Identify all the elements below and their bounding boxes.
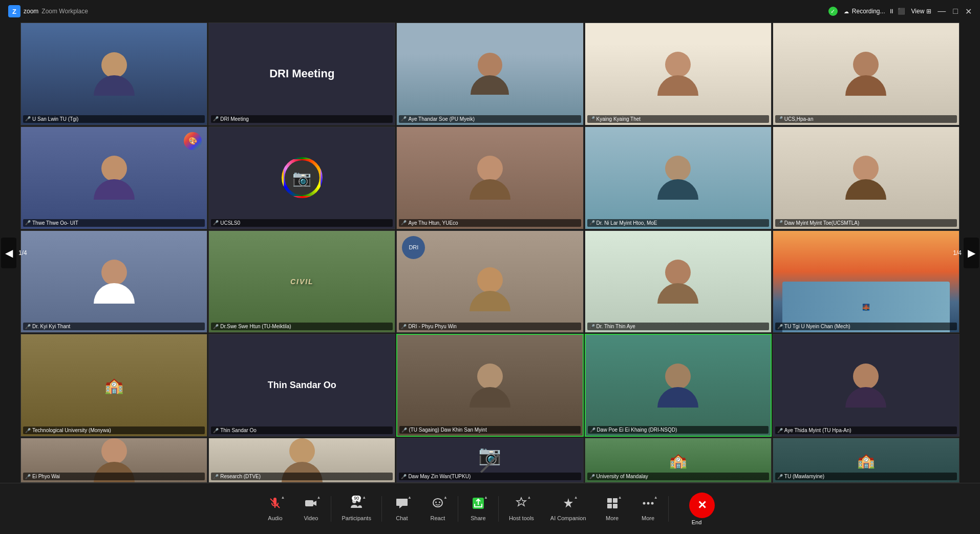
svg-text:Z: Z (12, 8, 16, 15)
participant-name-label: 🎤 Aye Thida Myint (TU Hpa-An) (775, 426, 957, 434)
mute-icon: 🎤 (401, 428, 407, 433)
participant-cell[interactable]: 🎤 Aye Thu Htun, YUEco (396, 126, 583, 229)
stop-icon[interactable]: ⬛ (898, 8, 905, 15)
react-label: React (431, 515, 445, 521)
svg-point-19 (647, 502, 649, 504)
mute-icon: 🎤 (777, 324, 783, 329)
close-button[interactable]: ✕ (965, 7, 972, 16)
participant-cell[interactable]: DRI Meeting 🎤 DRI Meeting (208, 23, 395, 125)
share-button[interactable]: ▲ Share (460, 493, 496, 525)
view-button[interactable]: View ⊞ (911, 8, 932, 15)
video-button[interactable]: ▲ Video (293, 493, 329, 525)
participant-cell[interactable]: 🎤 Aye Thandar Soe (PU Myeik) (396, 23, 583, 125)
participant-cell[interactable]: 🌉 🎤 TU Tgi U Nyein Chan (Mech) (773, 230, 960, 333)
participant-name-label: 🎤 UCSLS0 (211, 219, 393, 227)
participant-cell[interactable]: 📷 🎤 Daw May Zin Wan(TUPKU) (396, 438, 583, 483)
participant-cell[interactable]: 🎤 Dr. Kyi Kyi Thant (20, 230, 207, 333)
svg-marker-13 (564, 498, 573, 508)
participant-cell[interactable]: Thin Sandar Oo 🎤 Thin Sandar Oo (208, 334, 395, 437)
ai-companion-icon: ▲ (562, 497, 575, 513)
participant-cell[interactable]: 🏫 🎤 Technological University (Monywa) (20, 334, 207, 437)
separator (381, 496, 382, 522)
participant-name-label: 🎤 Thin Sandar Oo (211, 426, 393, 434)
window-controls: — □ ✕ (938, 7, 972, 16)
next-page-button[interactable]: ▶ (964, 238, 979, 268)
participant-cell[interactable]: 🎤 Dr. Thin Thin Aye (585, 230, 772, 333)
svg-rect-5 (305, 500, 313, 506)
end-icon: ✕ (689, 493, 715, 518)
mute-icon: 🎤 (25, 220, 31, 225)
prev-page-button[interactable]: ◀ (1, 238, 16, 268)
chat-icon: ▲ (395, 497, 409, 513)
participant-cell[interactable]: 🏫 🎤 University of Mandalay (585, 438, 772, 483)
camera-off-display: 📷 (209, 127, 395, 229)
audio-label: Audio (268, 515, 282, 521)
mute-icon: 🎤 (25, 324, 31, 329)
participant-cell[interactable]: DRI 🎤 DRI - Phyu Phyu Win (396, 230, 583, 333)
maximize-button[interactable]: □ (953, 7, 958, 16)
react-icon: ▲ (431, 497, 444, 513)
mute-icon: 🎤 (589, 116, 595, 121)
ai-companion-button[interactable]: ▲ AI Companion (542, 493, 594, 525)
end-label: End (692, 519, 702, 525)
chat-button[interactable]: ▲ Chat (384, 493, 420, 525)
mute-icon: 🎤 (213, 474, 219, 479)
camera-ring-icon: 📷 (282, 157, 323, 198)
more-icon: ▲ (642, 497, 655, 513)
mute-icon: 🎤 (777, 116, 783, 121)
participant-name-label: 🎤 University of Mandalay (587, 473, 769, 480)
mute-icon: 🎤 (401, 220, 407, 225)
mute-icon: 🎤 (777, 474, 783, 479)
mute-icon: 🎤 (401, 116, 407, 121)
participant-cell[interactable]: CIVIL 🎤 Dr.Swe Swe Htun (TU-Meiktila) (208, 230, 395, 333)
participant-name-label: 🎤 Dr. Kyi Kyi Thant (23, 323, 205, 330)
security-shield-icon: ✓ (828, 7, 838, 16)
audio-button[interactable]: ▲ Audio (257, 493, 293, 525)
participant-cell[interactable]: 🎤 Daw Myint Myint Toe(UCSMTLA) (773, 126, 960, 229)
participant-name-label: 🎤 Daw Poe Ei Ei Khaing (DRI-NSQD) (588, 426, 769, 434)
title-bar: Z zoom Zoom Workplace ✓ ☁ Recording... ⏸… (0, 0, 980, 23)
participant-cell[interactable]: 🏫 🎤 TU (Mawlamyine) (773, 438, 960, 483)
host-tools-button[interactable]: ▲ Host tools (501, 493, 542, 525)
video-icon: ▲ (304, 497, 317, 513)
mute-icon: 🎤 (590, 428, 595, 433)
participant-cell[interactable]: 🎤 Dr. Ni Lar Myint Htoo, MoE (585, 126, 772, 229)
participant-cell[interactable]: 🎤 Research (DTVE) (208, 438, 395, 483)
participants-count: 90 (352, 496, 361, 501)
participant-name-label: 🎤 Aye Thu Htun, YUEco (399, 219, 581, 227)
mute-icon: 🎤 (213, 116, 219, 121)
minimize-button[interactable]: — (938, 7, 946, 16)
participants-button[interactable]: ▲ Participants 90 (333, 493, 379, 525)
react-button[interactable]: ▲ React (420, 493, 456, 525)
zoom-icon: Z (8, 5, 20, 17)
participant-name-label: 🎤 Dr.Swe Swe Htun (TU-Meiktila) (211, 323, 393, 330)
participant-cell[interactable]: 🎤 Daw Poe Ei Ei Khaing (DRI-NSQD) (585, 334, 772, 437)
participant-name-label: 🎤 Daw May Zin Wan(TUPKU) (399, 473, 581, 480)
mute-icon: 🎤 (213, 324, 219, 329)
pause-icon[interactable]: ⏸ (888, 8, 894, 15)
participant-name-label: 🎤 TU Tgi U Nyein Chan (Mech) (775, 323, 957, 330)
recording-indicator: ☁ Recording... ⏸ ⬛ (844, 8, 905, 15)
participant-cell[interactable]: 🎤 U San Lwin TU (Tgi) (20, 23, 207, 125)
participant-cell[interactable]: 🎤 UCS,Hpa-an (773, 23, 960, 125)
mute-icon: 🎤 (777, 428, 783, 433)
meeting-title-display: DRI Meeting (209, 23, 395, 125)
apps-button[interactable]: ▲ More (594, 493, 630, 525)
more-button[interactable]: ▲ More (630, 493, 666, 525)
end-call-button[interactable]: ✕ End (671, 488, 723, 529)
mute-icon: 🎤 (25, 428, 31, 433)
video-grid: 🎤 U San Lwin TU (Tgi) DRI Meeting 🎤 DRI … (20, 23, 960, 483)
participants-label: Participants (342, 515, 371, 521)
participant-cell[interactable]: 🎨 🎤 Thwe Thwe Oo- UIT (20, 126, 207, 229)
participant-cell[interactable]: 🎤 Kyaing Kyaing Thet (585, 23, 772, 125)
mute-icon: 🎤 (213, 428, 219, 433)
participant-cell[interactable]: 🎤 Ei Phyo Wai (20, 438, 207, 483)
mute-icon: 🎤 (213, 220, 219, 225)
mute-icon: 🎤 (589, 220, 595, 225)
video-feed (21, 23, 207, 125)
participant-cell[interactable]: 🎤 (TU Sagaing) Daw Khin San Myint (396, 334, 583, 437)
participant-cell[interactable]: 🎤 Aye Thida Myint (TU Hpa-An) (773, 334, 960, 437)
participant-cell[interactable]: 📷 🎤 UCSLS0 (208, 126, 395, 229)
participant-name-label: 🎤 DRI - Phyu Phyu Win (399, 323, 581, 330)
mute-icon: 🎤 (589, 474, 595, 479)
